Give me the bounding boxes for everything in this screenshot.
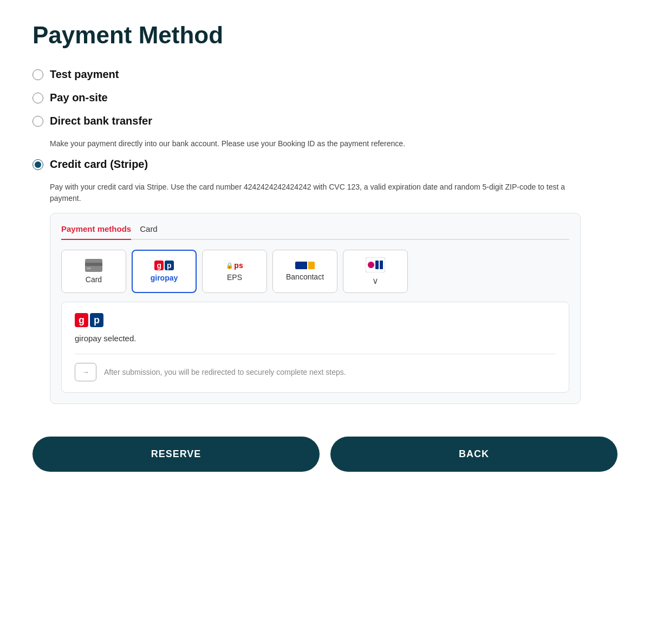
radio-option-direct-bank: Direct bank transfer: [32, 115, 618, 127]
credit-card-description: Pay with your credit card via Stripe. Us…: [50, 181, 581, 204]
payment-methods-grid: Card g p giropay 🔒 ps EPS Bancontact: [61, 250, 569, 293]
svg-point-4: [368, 262, 374, 268]
radio-label-credit-card[interactable]: Credit card (Stripe): [50, 158, 148, 171]
svg-rect-1: [85, 263, 102, 266]
bottom-buttons: RESERVE BACK: [32, 437, 618, 472]
svg-rect-5: [375, 261, 379, 269]
more-chevron: ∨: [372, 276, 379, 286]
method-bancontact[interactable]: Bancontact: [272, 250, 337, 293]
radio-label-pay-on-site[interactable]: Pay on-site: [50, 92, 108, 104]
method-giropay-label: giropay: [151, 274, 178, 282]
eps-logo: 🔒 ps: [226, 261, 243, 270]
selected-payment-info: g p giropay selected. After submission, …: [61, 302, 569, 393]
method-card-label: Card: [86, 275, 102, 284]
method-eps-label: EPS: [227, 273, 242, 282]
method-giropay[interactable]: g p giropay: [132, 250, 197, 293]
radio-option-credit-card: Credit card (Stripe): [32, 158, 618, 171]
direct-bank-description: Make your payment directly into our bank…: [50, 138, 581, 149]
radio-option-test-payment: Test payment: [32, 68, 618, 81]
redirect-icon: [75, 363, 96, 381]
giropay-selected-text: giropay selected.: [75, 334, 556, 343]
method-card[interactable]: Card: [61, 250, 126, 293]
card-icon: [85, 259, 102, 272]
giropay-selected-logo: g p: [75, 313, 556, 327]
radio-direct-bank[interactable]: [32, 116, 43, 127]
bancontact-logo: [295, 262, 315, 269]
giropay-logo: g p: [154, 261, 173, 270]
radio-option-pay-on-site: Pay on-site: [32, 92, 618, 104]
tab-payment-methods[interactable]: Payment methods: [61, 224, 131, 240]
radio-credit-card[interactable]: [32, 159, 43, 170]
svg-rect-2: [87, 268, 91, 269]
method-bancontact-label: Bancontact: [286, 272, 324, 281]
radio-pay-on-site[interactable]: [32, 93, 43, 103]
method-more[interactable]: ∨: [343, 250, 408, 293]
redirect-text: After submission, you will be redirected…: [104, 368, 346, 376]
page-title: Payment Method: [32, 22, 618, 49]
radio-label-test-payment[interactable]: Test payment: [50, 68, 119, 81]
redirect-info: After submission, you will be redirected…: [75, 354, 556, 381]
back-button[interactable]: BACK: [330, 437, 618, 472]
stripe-payment-box: Payment methods Card Card g p giropay 🔒: [50, 213, 581, 404]
tab-card[interactable]: Card: [140, 224, 158, 240]
radio-test-payment[interactable]: [32, 69, 43, 80]
stripe-tabs: Payment methods Card: [61, 224, 569, 240]
ideal-icon: [366, 257, 385, 272]
method-eps[interactable]: 🔒 ps EPS: [202, 250, 267, 293]
svg-rect-6: [380, 261, 383, 269]
radio-label-direct-bank[interactable]: Direct bank transfer: [50, 115, 152, 127]
reserve-button[interactable]: RESERVE: [32, 437, 320, 472]
